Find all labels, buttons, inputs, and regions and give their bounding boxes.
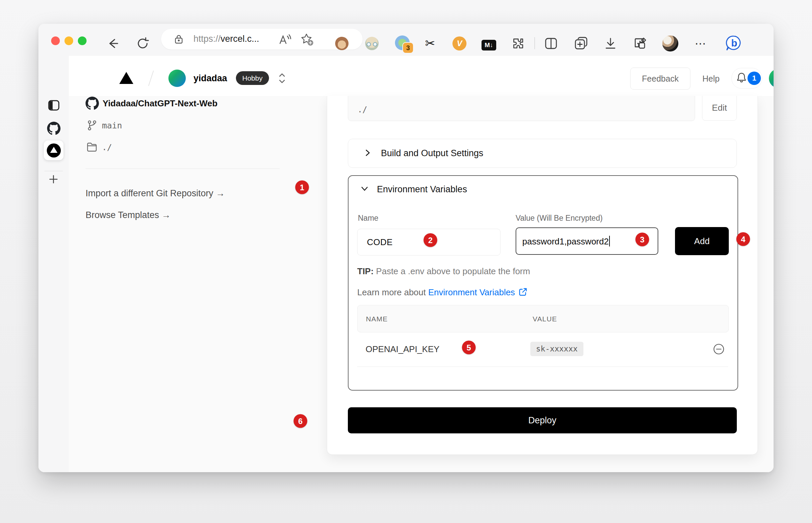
- breadcrumb-slash: [148, 71, 154, 86]
- edge-vertical-tabs-sidebar: [38, 56, 69, 472]
- team-name: yidadaa: [193, 73, 227, 84]
- annotation-badge-2: 2: [424, 233, 437, 247]
- tampermonkey-extension-icon[interactable]: [335, 36, 349, 51]
- collections-icon[interactable]: [573, 36, 589, 51]
- root-directory: ./: [102, 142, 112, 152]
- reader-extension-icon[interactable]: [364, 36, 379, 51]
- branch-name: main: [102, 121, 122, 130]
- environment-variables-section: Environment Variables Name Value (Will B…: [348, 175, 738, 391]
- maximize-window-button[interactable]: [78, 36, 87, 45]
- learn-more-line: Learn more about Environment Variables: [357, 287, 528, 299]
- value-label: Value (Will Be Encrypted): [516, 214, 603, 223]
- notification-count-badge: 1: [748, 72, 761, 85]
- browser-toolbar: https://vercel.c... 3 ✂ V: [38, 24, 774, 56]
- env-value-text: password1,password2: [522, 236, 610, 247]
- tab-group-count-badge: 3: [403, 43, 413, 53]
- env-table-header: NAME VALUE: [357, 305, 729, 332]
- annotation-badge-6: 6: [294, 414, 307, 428]
- svg-text:b: b: [731, 37, 737, 49]
- vercel-favicon: [47, 143, 61, 158]
- url-scheme: https://: [193, 34, 221, 44]
- minimize-window-button[interactable]: [64, 36, 73, 45]
- annotation-badge-3: 3: [636, 233, 649, 247]
- tip-label: TIP:: [357, 266, 374, 276]
- env-name-value: CODE: [367, 237, 393, 248]
- remove-env-icon[interactable]: [713, 343, 725, 357]
- env-row-name: OPENAI_API_KEY: [365, 344, 439, 355]
- repo-name: Yidadaa/ChatGPT-Next-Web: [102, 98, 218, 109]
- plan-badge: Hobby: [236, 71, 269, 85]
- address-bar[interactable]: https://vercel.c...: [161, 29, 362, 50]
- new-tab-icon[interactable]: [48, 174, 59, 186]
- close-window-button[interactable]: [51, 36, 60, 45]
- help-link[interactable]: Help: [702, 74, 719, 84]
- annotation-badge-1: 1: [296, 181, 309, 194]
- text-caret: [609, 236, 610, 247]
- annotation-badge-5: 5: [462, 341, 476, 355]
- more-menu-icon[interactable]: ⋯: [693, 36, 709, 51]
- add-favorite-icon[interactable]: [300, 33, 314, 48]
- team-switcher-icon[interactable]: [277, 71, 287, 87]
- browser-essentials-icon[interactable]: [632, 36, 648, 51]
- downloads-icon[interactable]: [604, 36, 618, 51]
- browser-profile-avatar[interactable]: [662, 35, 678, 52]
- split-screen-icon[interactable]: [544, 36, 559, 51]
- edit-root-directory-button[interactable]: Edit: [702, 96, 737, 121]
- external-link-icon: [518, 287, 528, 299]
- v-extension-icon[interactable]: V: [452, 36, 467, 51]
- chevron-down-icon: [360, 184, 369, 195]
- url-host: vercel.c...: [221, 34, 259, 44]
- github-tab-favicon[interactable]: [47, 122, 60, 137]
- vercel-logo-icon[interactable]: [119, 72, 133, 84]
- user-avatar[interactable]: [769, 69, 774, 88]
- scissors-extension-icon[interactable]: ✂: [423, 36, 437, 51]
- env-row-divider: [357, 366, 728, 367]
- import-different-repo-link[interactable]: Import a different Git Repository →: [86, 188, 225, 199]
- refresh-icon[interactable]: [136, 36, 150, 51]
- env-row-value: sk-xxxxxx: [530, 342, 583, 356]
- add-env-button[interactable]: Add: [675, 227, 729, 255]
- bell-icon: [736, 72, 747, 85]
- env-tip: TIP: Paste a .env above to populate the …: [357, 266, 530, 276]
- feedback-button[interactable]: Feedback: [630, 68, 691, 90]
- env-docs-link[interactable]: Environment Variables: [428, 287, 515, 297]
- root-directory-input[interactable]: ./: [348, 96, 695, 121]
- env-table-header-name: NAME: [366, 315, 388, 323]
- chevron-right-icon: [363, 148, 372, 159]
- env-section-header[interactable]: Environment Variables: [360, 184, 467, 195]
- name-label: Name: [358, 214, 378, 223]
- sidebar-divider: [44, 171, 63, 171]
- read-aloud-icon[interactable]: [278, 33, 291, 47]
- browser-window: https://vercel.c... 3 ✂ V: [38, 24, 774, 472]
- bing-chat-icon[interactable]: b: [724, 34, 743, 54]
- root-directory-value: ./: [358, 105, 367, 114]
- git-branch-icon: [87, 120, 97, 132]
- notifications-button[interactable]: 1: [732, 68, 762, 89]
- vercel-header: yidadaa Hobby Feedback Help 1: [69, 56, 774, 96]
- toolbar-divider: [534, 37, 535, 49]
- back-icon[interactable]: [106, 36, 120, 51]
- github-repo-icon: [86, 97, 99, 111]
- folder-icon: [86, 142, 98, 154]
- configure-project-card: ./ Edit Build and Output Settings Enviro…: [327, 96, 758, 455]
- tab-group-extension-icon[interactable]: 3: [395, 35, 410, 50]
- build-output-settings-section[interactable]: Build and Output Settings: [348, 139, 737, 168]
- annotation-badge-4: 4: [736, 232, 750, 246]
- browse-templates-link[interactable]: Browse Templates →: [86, 210, 171, 220]
- markdown-extension-icon[interactable]: M↓: [481, 38, 496, 53]
- env-section-title: Environment Variables: [377, 184, 467, 195]
- env-table-row: OPENAI_API_KEY sk-xxxxxx: [348, 332, 736, 366]
- team-avatar: [168, 70, 186, 87]
- vercel-tab-active[interactable]: [44, 141, 63, 160]
- build-output-settings-title: Build and Output Settings: [381, 148, 483, 159]
- env-table-header-value: VALUE: [533, 315, 557, 323]
- url-text: https://vercel.c...: [193, 34, 259, 44]
- page-content: Yidadaa/ChatGPT-Next-Web main ./ Import …: [69, 96, 774, 472]
- extensions-puzzle-icon[interactable]: [512, 36, 526, 51]
- sidebar-toggle-icon[interactable]: [48, 100, 60, 112]
- panel-divider: [86, 168, 280, 169]
- lock-icon: [174, 34, 184, 46]
- deploy-button[interactable]: Deploy: [348, 407, 737, 433]
